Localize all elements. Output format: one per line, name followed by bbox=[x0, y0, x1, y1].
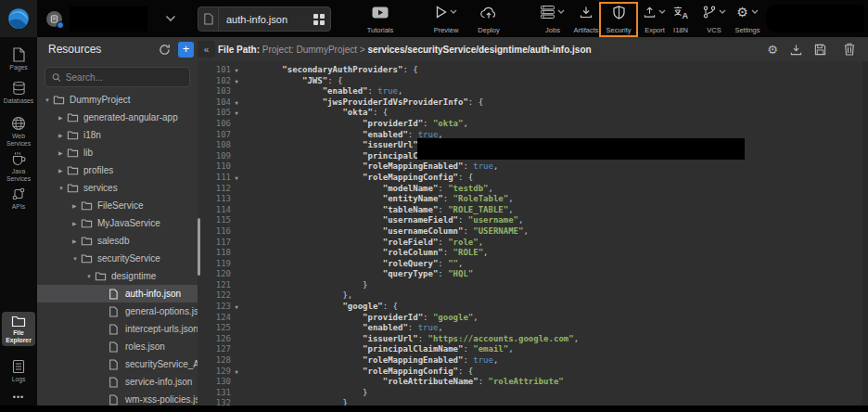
editor-download-button[interactable] bbox=[790, 44, 802, 56]
fold-spacer bbox=[231, 238, 242, 249]
refresh-icon[interactable] bbox=[156, 44, 172, 56]
code-line: 119 "roleQuery": "", bbox=[198, 259, 868, 270]
code-line: 131 } bbox=[198, 388, 868, 399]
sidebar-item-databases[interactable]: Databases bbox=[2, 78, 35, 108]
editor-delete-button[interactable] bbox=[844, 43, 855, 56]
fold-marker[interactable]: ▼ bbox=[231, 76, 242, 87]
toolbar-i18n-button[interactable]: A I18N bbox=[666, 5, 696, 34]
redaction-box bbox=[766, 5, 864, 32]
tree-item-DummyProject[interactable]: ▼DummyProject bbox=[37, 91, 198, 109]
settings-gear-icon: ⚙ bbox=[736, 6, 748, 19]
collapse-panel-button[interactable]: « bbox=[198, 41, 215, 58]
caret-down-icon[interactable]: ▼ bbox=[58, 186, 67, 191]
resources-search[interactable] bbox=[45, 67, 190, 87]
toolbar-artifacts-button[interactable]: Artifacts bbox=[568, 5, 605, 34]
caret-right-icon[interactable]: ▶ bbox=[58, 114, 67, 121]
line-number: 109 bbox=[198, 151, 231, 162]
code-text: "okta": { bbox=[242, 108, 388, 119]
fold-marker[interactable]: ▼ bbox=[231, 173, 242, 184]
line-number: 106 bbox=[198, 119, 231, 130]
line-number: 102 bbox=[198, 76, 231, 87]
caret-down-icon[interactable]: ▼ bbox=[45, 97, 53, 103]
caret-right-icon[interactable]: ▶ bbox=[58, 149, 67, 156]
tree-item-securityService[interactable]: ▼securityService bbox=[37, 250, 198, 267]
chevron-down-icon bbox=[450, 9, 457, 15]
toolbar-tutorials-button[interactable]: Tutorials bbox=[360, 5, 401, 34]
tree-item-MyJavaService[interactable]: ▶MyJavaService bbox=[37, 214, 198, 232]
grid-icon[interactable] bbox=[308, 14, 330, 25]
tree-item-intercept-urls.json[interactable]: intercept-urls.json bbox=[37, 320, 198, 338]
sidebar-item-pages[interactable]: Pages bbox=[2, 45, 35, 74]
fold-marker[interactable]: ▼ bbox=[231, 65, 242, 76]
code-editor[interactable]: 101▼ "secondaryAuthProviders": {102▼ "JW… bbox=[198, 61, 868, 406]
toolbar-jobs-button[interactable]: Jobs bbox=[534, 5, 571, 34]
project-avatar[interactable] bbox=[46, 11, 62, 27]
toolbar-preview-button[interactable]: Preview bbox=[425, 5, 467, 34]
breadcrumb: File Path: Project: DummyProject > servi… bbox=[218, 45, 767, 55]
editor-settings-button[interactable]: ⚙ bbox=[767, 43, 778, 57]
fold-marker[interactable]: ▼ bbox=[231, 97, 242, 109]
project-chevron-down-icon[interactable] bbox=[165, 15, 176, 22]
wavemaker-logo-icon bbox=[6, 6, 31, 31]
tree-item-services[interactable]: ▼services bbox=[37, 179, 198, 197]
sidebar-item-java-services[interactable]: Java Services bbox=[2, 148, 35, 185]
tutorials-icon bbox=[372, 5, 389, 19]
caret-down-icon[interactable]: ▼ bbox=[86, 274, 95, 279]
chevron-down-icon bbox=[658, 9, 666, 15]
add-resource-button[interactable]: + bbox=[178, 42, 194, 58]
fold-marker[interactable]: ▼ bbox=[231, 367, 242, 378]
fold-marker[interactable]: ▼ bbox=[231, 302, 242, 313]
search-input[interactable] bbox=[66, 72, 183, 83]
tree-item-securityService_API.json[interactable]: securityService_API.json bbox=[37, 355, 198, 373]
fold-spacer bbox=[231, 377, 242, 388]
sidebar-item-web-services[interactable]: Web Services bbox=[2, 113, 35, 149]
line-number: 107 bbox=[198, 130, 231, 141]
sidebar-item-logs[interactable]: Logs bbox=[2, 356, 35, 386]
open-file-tab[interactable]: auth-info.json bbox=[198, 6, 331, 32]
code-text: "providerId": "okta", bbox=[242, 119, 468, 130]
line-number: 108 bbox=[198, 140, 231, 151]
app-logo[interactable] bbox=[0, 0, 37, 37]
tree-item-roles.json[interactable]: roles.json bbox=[37, 338, 198, 355]
tree-item-wm-xss-policies.json[interactable]: wm-xss-policies.json bbox=[37, 391, 198, 406]
caret-right-icon[interactable]: ▶ bbox=[72, 220, 81, 226]
resources-scrollbar-thumb[interactable] bbox=[198, 218, 200, 276]
tree-item-profiles[interactable]: ▶profiles bbox=[37, 161, 198, 179]
file-icon bbox=[108, 306, 121, 317]
caret-down-icon[interactable]: ▼ bbox=[72, 256, 81, 262]
line-number: 122 bbox=[198, 290, 231, 302]
tree-item-lib[interactable]: ▶lib bbox=[37, 144, 198, 161]
tree-item-i18n[interactable]: ▶i18n bbox=[37, 126, 198, 144]
toolbar-deploy-button[interactable]: Deploy bbox=[467, 5, 510, 34]
toolbar-settings-button[interactable]: ⚙ Settings bbox=[729, 5, 766, 34]
toolbar-security-button[interactable]: Security bbox=[602, 5, 635, 34]
tree-item-general-options.json[interactable]: general-options.json bbox=[37, 303, 198, 320]
line-number: 124 bbox=[198, 313, 231, 324]
code-line: 116 "usernameColumn": "USERNAME", bbox=[198, 226, 868, 238]
caret-right-icon[interactable]: ▶ bbox=[58, 167, 67, 174]
editor-save-button[interactable] bbox=[814, 44, 826, 56]
code-line: 132 } bbox=[198, 398, 868, 406]
sidebar-item-file-explorer[interactable]: File Explorer bbox=[2, 312, 35, 346]
toolbar-vcs-button[interactable]: VCS bbox=[697, 5, 731, 34]
fold-marker[interactable]: ▼ bbox=[231, 108, 242, 119]
tree-item-label: wm-xss-policies.json bbox=[125, 394, 198, 405]
code-text: "roleColumn": "ROLE", bbox=[242, 248, 489, 259]
caret-right-icon[interactable]: ▶ bbox=[72, 238, 81, 244]
folder-icon bbox=[81, 218, 93, 228]
code-line: 102▼ "JWS": { bbox=[198, 76, 868, 87]
editor-scrollbar[interactable] bbox=[862, 61, 868, 406]
search-icon bbox=[52, 72, 61, 83]
tree-item-generated-angular-app[interactable]: ▶generated-angular-app bbox=[37, 109, 198, 126]
tree-item-salesdb[interactable]: ▶salesdb bbox=[37, 232, 198, 250]
tree-item-FileService[interactable]: ▶FileService bbox=[37, 197, 198, 214]
tree-item-service-info.json[interactable]: service-info.json bbox=[37, 373, 198, 391]
tree-item-auth-info.json[interactable]: auth-info.json bbox=[37, 285, 198, 303]
caret-right-icon[interactable]: ▶ bbox=[58, 132, 67, 138]
sidebar-item-apis[interactable]: APIs bbox=[2, 184, 35, 213]
caret-right-icon[interactable]: ▶ bbox=[72, 202, 81, 209]
folder-icon bbox=[95, 271, 107, 281]
code-line: 127 "principalClaimName": "email", bbox=[198, 344, 868, 355]
tree-item-designtime[interactable]: ▼designtime bbox=[37, 267, 198, 285]
sidebar-more-button[interactable]: ••• bbox=[0, 393, 37, 402]
